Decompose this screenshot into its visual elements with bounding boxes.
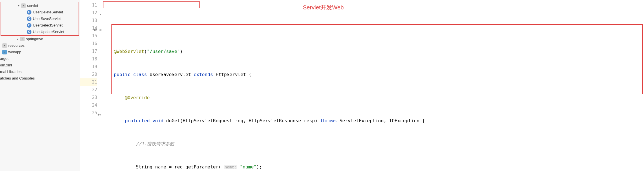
- annotation-highlight-box-2: [111, 24, 643, 94]
- override-gutter-icon[interactable]: ●↑: [98, 111, 101, 118]
- annotation-text-label: Servlet开发Web: [303, 4, 344, 11]
- line-number: 12▸: [80, 9, 97, 17]
- code-line-12: public class UserSaveServlet extends Htt…: [103, 71, 644, 78]
- code-line-15: //1.接收请求参数: [103, 140, 644, 148]
- tree-label: arget: [0, 56, 9, 61]
- folder-icon: ▪: [20, 37, 25, 41]
- tree-label: webapp: [8, 50, 21, 54]
- line-number: 15: [80, 32, 97, 40]
- run-gutter-icon[interactable]: ▸: [99, 11, 101, 18]
- webapp-folder-icon: ▪: [2, 50, 7, 54]
- java-class-icon: C: [27, 23, 31, 28]
- tree-label: springmvc: [26, 37, 43, 41]
- tree-label: UserSaveServlet: [33, 17, 61, 21]
- tree-label: UserSelectServlet: [33, 23, 63, 27]
- line-number: 17: [80, 48, 97, 55]
- tree-label: resources: [8, 43, 25, 48]
- line-number: 16: [80, 40, 97, 48]
- tree-folder-webapp[interactable]: ▪ webapp: [0, 49, 80, 55]
- java-class-icon: C: [27, 10, 31, 15]
- tree-label: rnal Libraries: [0, 70, 21, 74]
- tree-scratches[interactable]: atches and Consoles: [0, 75, 80, 82]
- tree-folder-springmvc[interactable]: ▸ ▪ springmvc: [0, 36, 80, 42]
- tree-file-userdeleteservlet[interactable]: C UserDeleteServlet: [1, 9, 79, 15]
- annotation-highlight-box-1: [103, 1, 200, 8]
- line-number-gutter: 11 12▸ 13 14●↑ @ 15 16 17 18 19 20 21 22…: [80, 0, 103, 171]
- tree-external-libraries[interactable]: rnal Libraries: [0, 68, 80, 75]
- project-tree-sidebar: ▾ ▪ servlet C UserDeleteServlet C UserSa…: [0, 0, 80, 171]
- chevron-down-icon: ▾: [17, 4, 20, 7]
- line-number: 22: [80, 86, 97, 94]
- code-line-13: @Override: [103, 94, 644, 101]
- code-editor[interactable]: 11 12▸ 13 14●↑ @ 15 16 17 18 19 20 21 22…: [80, 0, 644, 171]
- line-number: 13: [80, 17, 97, 25]
- line-number: 21: [80, 78, 97, 86]
- folder-icon: ▪: [21, 3, 26, 8]
- line-number: 19: [80, 63, 97, 71]
- line-number: 11: [80, 1, 97, 9]
- line-number: 20: [80, 71, 97, 78]
- highlighted-tree-group: ▾ ▪ servlet C UserDeleteServlet C UserSa…: [1, 2, 79, 36]
- tree-label: UserDeleteServlet: [33, 10, 63, 14]
- tree-folder-servlet[interactable]: ▾ ▪ servlet: [1, 2, 79, 9]
- tree-folder-resources[interactable]: ▪ resources: [0, 42, 80, 49]
- resources-folder-icon: ▪: [2, 43, 7, 48]
- line-number: 18: [80, 55, 97, 63]
- tree-file-userupdateservlet[interactable]: C UserUpdateServlet: [1, 28, 79, 35]
- tree-file-pom[interactable]: om.xml: [0, 62, 80, 68]
- code-line-11: @WebServlet("/user/save"): [103, 48, 644, 55]
- tree-label: om.xml: [0, 63, 12, 67]
- java-class-icon: C: [27, 17, 31, 21]
- code-line-16: String name = req.getParameter( name: "n…: [103, 163, 644, 171]
- java-class-icon: C: [27, 30, 31, 34]
- line-number: 23: [80, 94, 97, 101]
- line-number: 14●↑ @: [80, 25, 97, 32]
- line-number: 24: [80, 101, 97, 109]
- code-content[interactable]: Servlet开发Web @WebServlet("/user/save") p…: [103, 0, 644, 171]
- tree-label: servlet: [27, 3, 38, 8]
- tree-folder-target[interactable]: arget: [0, 55, 80, 62]
- chevron-right-icon: ▸: [16, 37, 19, 41]
- tree-file-userselectservlet[interactable]: C UserSelectServlet: [1, 22, 79, 28]
- tree-label: UserUpdateServlet: [33, 30, 64, 34]
- tree-file-usersaveservlet[interactable]: C UserSaveServlet: [1, 15, 79, 22]
- code-line-14: protected void doGet(HttpServletRequest …: [103, 117, 644, 125]
- line-number: 25●↑: [80, 109, 97, 117]
- tree-label: atches and Consoles: [0, 76, 35, 80]
